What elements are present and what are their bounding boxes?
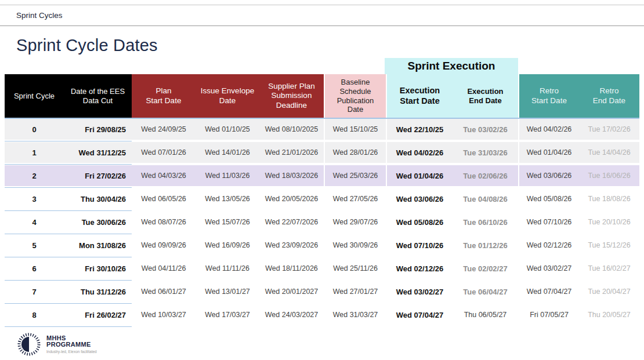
cell-retro_start: Wed 07/10/26 [519,212,579,232]
cell-execution_start: Wed 04/02/26 [387,142,453,163]
cell-issue_envelope: Wed 15/07/26 [196,212,259,232]
cell-execution_start: Wed 02/12/26 [387,258,453,279]
nav-bar: Sprint Cycles [0,5,644,26]
cell-plan_start: Wed 10/03/27 [132,304,196,325]
cell-retro_end: Tue 15/12/26 [579,235,639,256]
mhhs-logo: MHHS PROGRAMME Industry-led, Elexon faci… [17,333,97,356]
cell-execution_end: Tue 31/03/26 [453,142,518,163]
sprint-cycles-page: Sprint Cycles Sprint Cycle Dates Sprint … [0,0,644,360]
col-header-retro-end: Retro End Date [579,74,639,118]
cell-retro_start: Wed 02/12/26 [519,235,579,256]
cell-cycle: 7 [5,281,64,302]
cell-retro_end: Tue 20/04/27 [579,281,639,302]
cell-supplier_deadline: Wed 20/05/2026 [259,188,324,209]
col-header-execution-end: Execution End Date [453,74,518,118]
logo-tagline: Industry-led, Elexon facilitated [46,350,97,354]
cell-supplier_deadline: Wed 08/10/2025 [259,119,324,140]
sprint-execution-banner: Sprint Execution [385,58,518,74]
cell-execution_end: Tue 04/08/26 [453,188,518,209]
cell-cycle: 5 [5,235,64,256]
cell-retro_start: Wed 01/04/26 [519,142,579,163]
cell-supplier_deadline: Wed 21/01/2026 [259,142,324,163]
cell-supplier_deadline: Wed 24/03/2027 [259,304,324,325]
cell-execution_end: Tue 06/04/27 [453,281,518,302]
cell-issue_envelope: Wed 17/03/27 [196,304,259,325]
cell-execution_end: Tue 01/12/26 [453,235,518,256]
cell-retro_end: Tue 16/06/26 [579,165,639,186]
cell-execution_start: Wed 07/04/27 [387,304,453,325]
table-header: Sprint Cycle Date of the EES Data Cut Pl… [5,74,639,119]
cell-cycle: 8 [5,304,64,325]
table-body: 0Fri 29/08/25Wed 24/09/25Wed 01/10/25Wed… [5,119,639,328]
cell-plan_start: Wed 04/03/26 [132,165,196,186]
cell-plan_start: Wed 08/07/26 [132,212,196,232]
cell-plan_start: Wed 06/01/27 [132,281,196,302]
cell-supplier_deadline: Wed 23/09/2026 [259,235,324,256]
col-header-execution-start: Execution Start Date [387,74,453,118]
cell-execution_start: Wed 03/06/26 [387,188,453,209]
cell-issue_envelope: Wed 14/01/26 [196,142,259,163]
cell-ees: Mon 31/08/26 [64,235,132,256]
cell-issue_envelope: Wed 01/10/25 [196,119,259,140]
cell-issue_envelope: Wed 13/05/26 [196,188,259,209]
cell-retro_end: Tue 14/04/26 [579,142,639,163]
cell-cycle: 3 [5,188,64,209]
col-header-issue-envelope: Issue Envelope Date [196,74,259,118]
cell-ees: Thu 30/04/26 [64,188,132,209]
cell-retro_end: Tue 16/02/27 [579,258,639,279]
cell-retro_end: Tue 20/10/26 [579,212,639,232]
cell-execution_end: Tue 03/02/26 [453,119,518,140]
cell-execution_start: Wed 01/04/26 [387,165,453,186]
cell-issue_envelope: Wed 11/11/26 [196,258,259,279]
cell-baseline_publication: Wed 31/03/27 [325,304,386,325]
cell-baseline_publication: Wed 30/09/26 [325,235,386,256]
cell-retro_end: Tue 17/02/26 [579,119,639,140]
cell-ees: Fri 30/10/26 [64,258,132,279]
cell-ees: Tue 30/06/26 [64,212,132,232]
sprint-execution-banner-label: Sprint Execution [408,60,495,72]
mhhs-logo-icon [17,333,41,356]
mhhs-logo-text: MHHS PROGRAMME Industry-led, Elexon faci… [46,335,97,354]
cell-retro_end: Tue 18/08/26 [579,188,639,209]
cell-baseline_publication: Wed 27/01/27 [325,281,386,302]
cell-execution_start: Wed 07/10/26 [387,235,453,256]
col-header-ees-data-cut: Date of the EES Data Cut [64,74,132,118]
cell-plan_start: Wed 09/09/26 [132,235,196,256]
cell-supplier_deadline: Wed 20/01/2027 [259,281,324,302]
cell-plan_start: Wed 06/05/26 [132,188,196,209]
page-title: Sprint Cycle Dates [16,36,158,55]
col-header-baseline-publication: Baseline Schedule Publication Date [325,74,386,118]
cell-execution_start: Wed 05/08/26 [387,212,453,232]
cell-retro_start: Wed 05/08/26 [519,188,579,209]
cell-plan_start: Wed 07/01/26 [132,142,196,163]
cell-plan_start: Wed 24/09/25 [132,119,196,140]
cell-supplier_deadline: Wed 18/03/2026 [259,165,324,186]
cell-cycle: 1 [5,142,64,163]
cell-retro_start: Wed 07/04/27 [519,281,579,302]
cell-execution_start: Wed 22/10/25 [387,119,453,140]
cell-cycle: 4 [5,212,64,232]
nav-tab-sprint-cycles[interactable]: Sprint Cycles [16,11,63,20]
col-header-retro-start: Retro Start Date [519,74,579,118]
col-header-plan-start: Plan Start Date [132,74,196,118]
cell-supplier_deadline: Wed 18/11/2026 [259,258,324,279]
cell-plan_start: Wed 04/11/26 [132,258,196,279]
cell-cycle: 2 [5,165,64,186]
cell-baseline_publication: Wed 15/10/25 [325,119,386,140]
cell-execution_end: Tue 02/02/27 [453,258,518,279]
cell-ees: Fri 27/02/26 [64,165,132,186]
cell-issue_envelope: Wed 13/01/27 [196,281,259,302]
cell-retro_start: Wed 04/02/26 [519,119,579,140]
cell-baseline_publication: Wed 29/07/26 [325,212,386,232]
cell-retro_start: Wed 03/06/26 [519,165,579,186]
cell-execution_start: Wed 03/02/27 [387,281,453,302]
cell-ees: Fri 29/08/25 [64,119,132,140]
col-header-supplier-deadline: Supplier Plan Submission Deadline [259,74,324,118]
cell-retro_start: Wed 03/02/27 [519,258,579,279]
cell-cycle: 6 [5,258,64,279]
cell-ees: Wed 31/12/25 [64,142,132,163]
cell-baseline_publication: Wed 27/05/26 [325,188,386,209]
logo-line-2: PROGRAMME [46,341,97,348]
cell-retro_end: Thu 20/05/27 [579,304,639,325]
cell-issue_envelope: Wed 11/03/26 [196,165,259,186]
